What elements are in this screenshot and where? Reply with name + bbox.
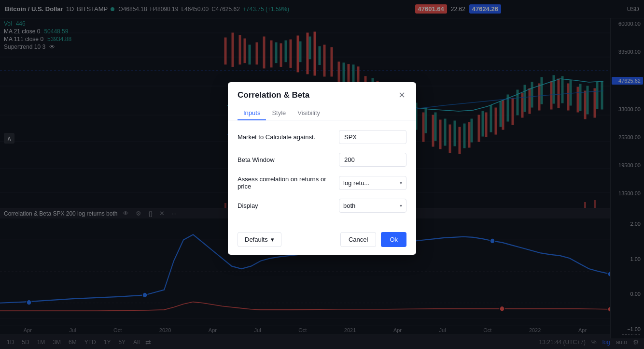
beta-window-input[interactable] — [339, 153, 406, 167]
display-row: Display both ▾ — [238, 199, 406, 213]
dialog-overlay: Correlation & Beta ✕ Inputs Style Visibi… — [0, 0, 644, 349]
beta-window-row: Beta Window — [238, 153, 406, 167]
beta-window-label: Beta Window — [238, 156, 339, 163]
display-label: Display — [238, 202, 339, 209]
footer-actions: Cancel Ok — [340, 232, 406, 247]
dialog-body: Market to Calculate against. Beta Window… — [228, 120, 416, 226]
defaults-label: Defaults — [245, 236, 268, 243]
cancel-button[interactable]: Cancel — [340, 232, 376, 247]
tab-inputs[interactable]: Inputs — [238, 106, 266, 120]
tab-style[interactable]: Style — [266, 106, 292, 120]
display-select[interactable]: both ▾ — [339, 199, 406, 213]
defaults-arrow-icon: ▾ — [271, 236, 274, 243]
market-row: Market to Calculate against. — [238, 130, 406, 144]
tab-visibility[interactable]: Visibility — [292, 106, 326, 120]
correlation-type-arrow-icon: ▾ — [400, 180, 402, 186]
dialog-header: Correlation & Beta ✕ — [228, 82, 416, 101]
market-input[interactable] — [339, 130, 406, 144]
dialog-tabs: Inputs Style Visibility — [228, 101, 416, 120]
chart-container: Bitcoin / U.S. Dollar 1D BITSTAMP O46854… — [0, 0, 644, 349]
display-value: both — [343, 202, 398, 209]
correlation-type-select[interactable]: log retu... ▾ — [339, 176, 406, 190]
ok-button[interactable]: Ok — [381, 232, 406, 247]
dialog-close-button[interactable]: ✕ — [397, 90, 406, 101]
dialog-title: Correlation & Beta — [238, 90, 309, 100]
defaults-button[interactable]: Defaults ▾ — [238, 232, 281, 247]
dialog-footer: Defaults ▾ Cancel Ok — [228, 226, 416, 255]
correlation-type-label: Assess correlation on returns or price — [238, 175, 339, 190]
correlation-beta-dialog: Correlation & Beta ✕ Inputs Style Visibi… — [228, 82, 416, 255]
display-arrow-icon: ▾ — [400, 203, 402, 208]
correlation-type-row: Assess correlation on returns or price l… — [238, 175, 406, 190]
market-label: Market to Calculate against. — [238, 133, 339, 141]
correlation-type-value: log retu... — [343, 179, 398, 187]
